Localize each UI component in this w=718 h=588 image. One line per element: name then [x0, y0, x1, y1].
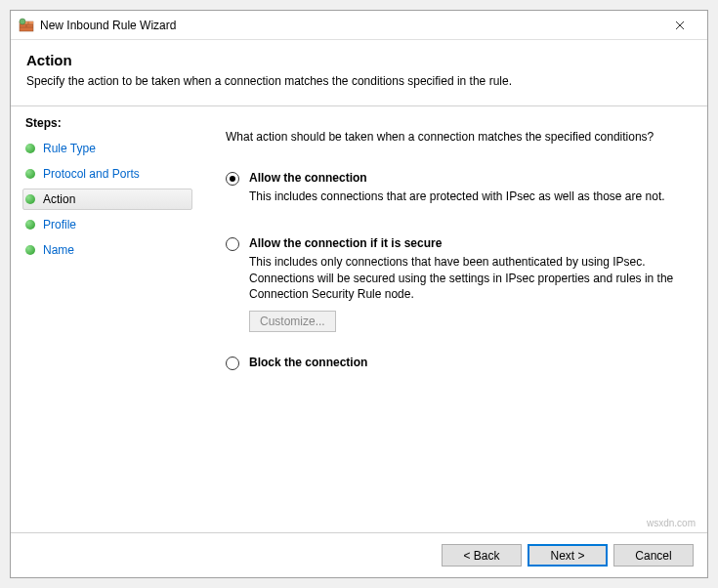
option-title: Block the connection: [249, 356, 688, 369]
radio-allow-secure[interactable]: [226, 237, 239, 251]
option-allow-secure: Allow the connection if it is secure Thi…: [226, 236, 688, 332]
step-rule-type[interactable]: Rule Type: [22, 138, 192, 159]
titlebar: New Inbound Rule Wizard: [11, 11, 707, 40]
watermark-text: wsxdn.com: [647, 518, 696, 528]
step-label: Profile: [43, 218, 76, 231]
page-title: Action: [26, 52, 692, 68]
steps-heading: Steps:: [22, 116, 192, 130]
page-description: Specify the action to be taken when a co…: [26, 74, 692, 88]
option-block: Block the connection: [226, 356, 688, 373]
option-body: Allow the connection This includes conne…: [249, 171, 688, 213]
step-label: Protocol and Ports: [43, 167, 140, 181]
option-body: Allow the connection if it is secure Thi…: [249, 236, 688, 332]
next-button[interactable]: Next >: [528, 544, 608, 567]
option-allow: Allow the connection This includes conne…: [226, 171, 688, 213]
option-description: This includes connections that are prote…: [249, 189, 688, 205]
radio-allow[interactable]: [226, 172, 239, 186]
steps-sidebar: Steps: Rule Type Protocol and Ports Acti…: [11, 106, 196, 532]
action-prompt: What action should be taken when a conne…: [226, 130, 688, 144]
wizard-content: Steps: Rule Type Protocol and Ports Acti…: [11, 106, 707, 532]
close-icon: [675, 21, 685, 30]
step-bullet-icon: [25, 245, 35, 255]
main-panel: What action should be taken when a conne…: [196, 106, 707, 532]
option-description: This includes only connections that have…: [249, 254, 688, 303]
window-title: New Inbound Rule Wizard: [40, 19, 660, 32]
customize-button: Customize...: [249, 311, 336, 332]
step-bullet-icon: [25, 169, 35, 179]
step-bullet-icon: [25, 194, 35, 204]
wizard-header: Action Specify the action to be taken wh…: [11, 40, 707, 106]
step-bullet-icon: [25, 220, 35, 230]
radio-block[interactable]: [226, 357, 239, 370]
wizard-footer: < Back Next > Cancel: [11, 532, 707, 577]
back-button[interactable]: < Back: [442, 544, 522, 567]
wizard-window: New Inbound Rule Wizard Action Specify t…: [10, 10, 708, 578]
step-bullet-icon: [25, 144, 35, 153]
option-title: Allow the connection if it is secure: [249, 236, 688, 250]
step-label: Name: [43, 243, 74, 257]
option-title: Allow the connection: [249, 171, 688, 185]
firewall-icon: [19, 18, 34, 33]
step-label: Action: [43, 192, 75, 206]
step-label: Rule Type: [43, 142, 96, 155]
cancel-button[interactable]: Cancel: [613, 544, 694, 567]
option-body: Block the connection: [249, 356, 688, 373]
close-button[interactable]: [660, 12, 699, 39]
svg-point-7: [20, 19, 25, 24]
step-name[interactable]: Name: [22, 239, 192, 261]
step-protocol-ports[interactable]: Protocol and Ports: [22, 163, 192, 185]
step-profile[interactable]: Profile: [22, 214, 192, 235]
step-action[interactable]: Action: [22, 189, 192, 210]
